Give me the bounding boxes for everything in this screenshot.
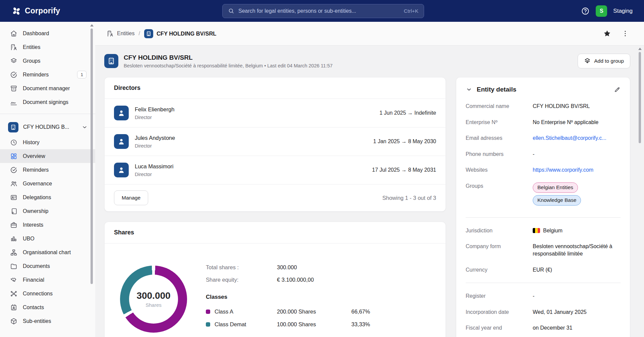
count-badge: 1	[77, 71, 86, 79]
brand[interactable]: Corporify	[11, 6, 60, 16]
id-card-icon	[10, 194, 17, 201]
briefcase-icon	[10, 221, 17, 229]
sidebar-item-history[interactable]: History	[0, 135, 95, 149]
building-user-icon	[10, 44, 17, 51]
top-navbar: Corporify Ctrl+K S Staging	[0, 0, 644, 22]
sidebar-item-label: Overview	[23, 153, 45, 159]
sidebar-item-entities[interactable]: Entities	[0, 40, 95, 54]
detail-value-text: on December 31	[533, 325, 572, 331]
add-to-group-button[interactable]: Add to group	[578, 54, 630, 68]
sidebar-main-list: DashboardEntitiesGroupsReminders1Documen…	[0, 26, 95, 109]
sidebar-item-label: Document signings	[23, 99, 68, 105]
sidebar-item-document-manager[interactable]: Document manager	[0, 81, 95, 95]
sidebar-item-label: Reminders	[23, 72, 49, 78]
collapse-chevron-icon[interactable]	[466, 86, 472, 93]
sidebar-entity-list: HistoryOverviewRemindersGovernanceDelega…	[0, 135, 95, 328]
sidebar-item-interests[interactable]: Interests	[0, 218, 95, 232]
sidebar-item-connections[interactable]: Connections	[0, 287, 95, 300]
sidebar-item-ownership[interactable]: Ownership	[0, 204, 95, 218]
sidebar-item-label: Ownership	[23, 208, 48, 214]
detail-value-text: No Enterprise Nº applicable	[533, 119, 598, 125]
detail-row-company-form: Company formBesloten vennootschap/Sociét…	[466, 243, 621, 257]
manage-directors-button[interactable]: Manage	[114, 190, 148, 205]
sidebar-item-financial[interactable]: Financial	[0, 273, 95, 287]
share-class-row: Class Demat100.000 Shares33,33%	[206, 321, 436, 328]
director-row[interactable]: Jules AndystoneDirector1 Jan 2025 → 8 Ma…	[105, 127, 446, 156]
brand-name: Corporify	[25, 6, 60, 15]
main-area: Entities / CFY HOLDING BV/SRL CFY HOLDIN…	[95, 0, 644, 337]
handshake-icon	[10, 276, 17, 284]
detail-value-text: CFY HOLDING BV/SRL	[533, 103, 590, 109]
sidebar-item-reminders[interactable]: Reminders	[0, 163, 95, 177]
detail-label: Enterprise Nº	[466, 119, 533, 126]
detail-link[interactable]: ellen.Stichelbaut@corporify.c...	[533, 135, 606, 141]
main-scrollbar[interactable]	[638, 48, 642, 143]
sidebar-item-dashboard[interactable]: Dashboard	[0, 26, 95, 40]
breadcrumb-entities-link[interactable]: Entities	[107, 30, 134, 37]
sidebar-item-documents[interactable]: Documents	[0, 259, 95, 273]
detail-row-websites: Websiteshttps://www.corporify.com	[466, 166, 621, 174]
share-class-rows: Class A200.000 Shares66,67%Class Demat10…	[206, 308, 436, 328]
group-badge[interactable]: Belgian Entities	[533, 182, 578, 193]
sidebar: DashboardEntitiesGroupsReminders1Documen…	[0, 22, 95, 337]
breadcrumb-current[interactable]: CFY HOLDING BV/SRL	[144, 29, 216, 38]
detail-label: Phone numbers	[466, 151, 533, 158]
sidebar-item-label: Document manager	[23, 86, 70, 92]
sidebar-item-ubo[interactable]: UBO	[0, 232, 95, 245]
breadcrumb-separator: /	[138, 31, 140, 37]
sidebar-item-label: History	[23, 139, 40, 146]
entity-building-icon	[8, 122, 18, 132]
director-term: 1 Jan 2025 → 8 May 2030	[373, 138, 436, 145]
donut-total-value: 300.000	[136, 290, 170, 301]
scroll-up-arrow-icon[interactable]	[90, 24, 94, 26]
sidebar-item-label: Entities	[23, 44, 40, 50]
detail-row-phone-numbers: Phone numbers-	[466, 151, 621, 158]
sidebar-scrollbar[interactable]	[90, 24, 94, 284]
add-to-group-label: Add to group	[594, 58, 624, 64]
main-scrollbar-thumb[interactable]	[639, 52, 641, 143]
scroll-up-arrow-icon[interactable]	[638, 48, 642, 50]
person-avatar	[114, 163, 129, 177]
global-search[interactable]: Ctrl+K	[222, 4, 424, 18]
director-row[interactable]: Luca MassimoriDirector17 Jul 2025 → 8 Ma…	[105, 156, 446, 184]
director-row[interactable]: Felix ElienberghDirector1 Jun 2025 → Ind…	[105, 99, 446, 127]
detail-value-text: Besloten vennootschap/Société à responsa…	[533, 243, 612, 257]
class-percent: 33,33%	[351, 321, 436, 328]
sidebar-item-governance[interactable]: Governance	[0, 177, 95, 190]
workspace-avatar[interactable]: S	[596, 5, 607, 17]
sidebar-item-label: Governance	[23, 181, 52, 187]
favorite-star-icon[interactable]	[603, 30, 611, 38]
user-filled-icon	[117, 109, 126, 117]
archive-icon	[10, 85, 17, 92]
sidebar-item-delegations[interactable]: Delegations	[0, 190, 95, 204]
edit-pencil-icon[interactable]	[614, 86, 621, 93]
more-vertical-icon[interactable]	[621, 30, 629, 38]
sidebar-item-sub-entities[interactable]: Sub-entities	[0, 314, 95, 328]
sidebar-item-reminders[interactable]: Reminders1	[0, 68, 95, 81]
sidebar-item-document-signings[interactable]: Document signings	[0, 95, 95, 109]
detail-link[interactable]: https://www.corporify.com	[533, 167, 593, 173]
sidebar-item-label: Delegations	[23, 194, 51, 201]
contact-icon	[10, 304, 17, 311]
help-icon[interactable]	[581, 7, 590, 15]
sidebar-item-contacts[interactable]: Contacts	[0, 300, 95, 314]
shares-donut-chart: 300.000 Shares	[120, 266, 187, 333]
circle-check-icon	[10, 166, 17, 174]
sidebar-item-label: Dashboard	[23, 31, 49, 37]
sidebar-item-overview[interactable]: Overview	[0, 149, 95, 163]
class-shares: 200.000 Shares	[277, 308, 351, 315]
sidebar-item-groups[interactable]: Groups	[0, 54, 95, 68]
class-name: Class A	[215, 308, 233, 315]
bar-chart-icon	[10, 235, 17, 242]
sidebar-scrollbar-thumb[interactable]	[91, 29, 93, 284]
directors-card: Directors Felix ElienberghDirector1 Jun …	[104, 77, 446, 212]
sidebar-entity-switcher[interactable]: CFY HOLDING B...	[0, 119, 95, 135]
group-badge[interactable]: Knowledge Base	[533, 195, 581, 206]
sidebar-item-label: Reminders	[23, 167, 49, 173]
search-input[interactable]	[238, 8, 400, 14]
share-class-row: Class A200.000 Shares66,67%	[206, 308, 436, 315]
page-subtitle: Besloten vennootschap/Société à responsa…	[124, 63, 333, 68]
sidebar-item-organisational-chart[interactable]: Organisational chart	[0, 245, 95, 259]
entity-switcher-label: CFY HOLDING B...	[23, 124, 69, 130]
clock-icon	[10, 139, 17, 146]
